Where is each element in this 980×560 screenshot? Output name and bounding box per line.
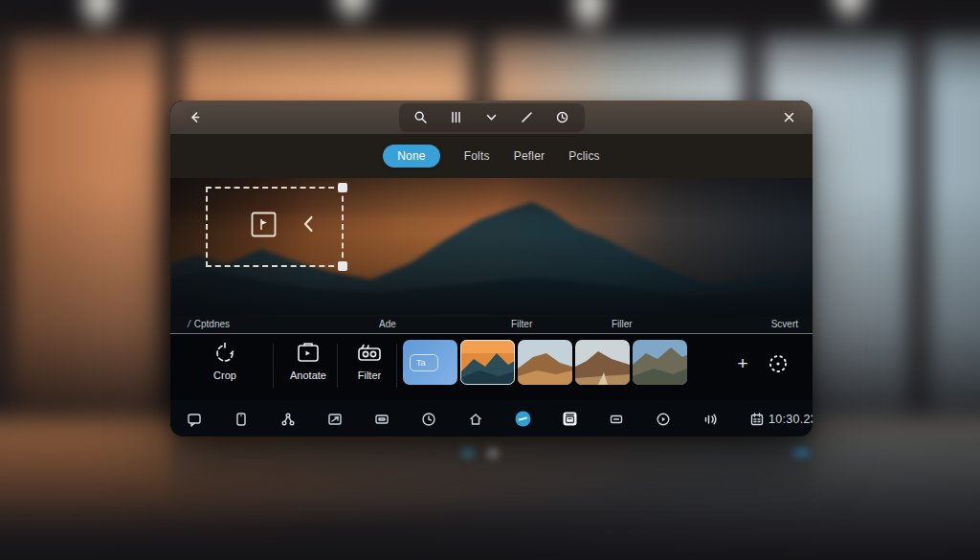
thumbnail-sunset-mountain[interactable] <box>460 340 515 385</box>
tab-folts[interactable]: Folts <box>464 149 490 163</box>
history-clock-icon <box>554 109 570 125</box>
selection-handle-bottom-right[interactable] <box>338 261 347 271</box>
window-mullion <box>0 2 11 416</box>
tab-pefler[interactable]: Pefler <box>514 149 546 163</box>
volume-icon <box>702 411 720 428</box>
flag-box-button[interactable] <box>251 212 277 237</box>
minus-badge-icon <box>514 410 532 428</box>
columns-icon <box>448 109 464 125</box>
section-label-scvert[interactable]: Scvert <box>771 319 798 329</box>
chat-button[interactable] <box>183 408 206 431</box>
photo-card-icon <box>373 411 390 428</box>
selection-prev-button[interactable] <box>302 215 314 236</box>
section-label-ade[interactable]: Ade <box>379 319 396 329</box>
crop-tool-button[interactable]: Crop <box>191 341 258 381</box>
crop-tool-label: Crop <box>213 370 236 381</box>
filter-tabs: None Folts Pefler Pclics <box>170 134 813 178</box>
thumbnail-image <box>518 340 572 385</box>
more-options-button[interactable] <box>764 349 792 382</box>
play-button[interactable] <box>652 408 675 431</box>
flag-box-icon <box>251 212 277 237</box>
crop-dial-icon <box>212 341 237 366</box>
thumbnail-desert-road[interactable] <box>575 340 630 385</box>
card-minus-icon <box>608 411 625 428</box>
active-app-button[interactable] <box>558 408 581 431</box>
share-nodes-icon <box>279 411 297 428</box>
section-labels-row: /Cptdnes Ade Filter Filler Scvert <box>170 317 813 334</box>
filter-camera-icon <box>355 341 384 366</box>
chevron-down-icon <box>483 109 500 125</box>
thumbnail-rocky-mountain[interactable] <box>633 340 687 385</box>
section-label-filter[interactable]: Filter <box>511 319 532 329</box>
plus-icon: + <box>737 353 747 374</box>
play-circle-icon <box>655 411 672 428</box>
dotted-circle-icon <box>764 349 792 378</box>
divider <box>273 344 274 388</box>
thumbnail-image <box>633 340 687 385</box>
share-button[interactable] <box>277 408 300 431</box>
status-icons <box>183 408 768 431</box>
thumbnail-tag-label: Ta <box>410 354 438 371</box>
back-button[interactable] <box>183 106 206 129</box>
chevron-left-icon <box>302 215 314 233</box>
annotate-tool-button[interactable]: Anotate <box>275 341 342 381</box>
thumbnail-tag-tile[interactable]: Ta <box>403 340 457 385</box>
annotate-tool-label: Anotate <box>290 370 326 381</box>
slash-icon: / <box>188 319 190 329</box>
tab-pclics[interactable]: Pclics <box>568 149 600 163</box>
section-label-options[interactable]: /Cptdnes <box>188 319 230 329</box>
card-minus-button[interactable] <box>605 408 628 431</box>
scene: None Folts Pefler Pclics <box>0 0 980 560</box>
photo-arrow-icon <box>326 411 344 428</box>
confirm-button[interactable] <box>480 106 503 129</box>
close-icon <box>783 111 795 123</box>
calendar-button[interactable] <box>746 408 768 431</box>
image-canvas <box>170 178 813 317</box>
device-icon <box>233 411 250 428</box>
calendar-icon <box>748 411 766 428</box>
editor-panel: None Folts Pefler Pclics <box>170 101 813 437</box>
tools-row: Crop Anotate Filter <box>170 334 813 400</box>
thumbnail-desert-dunes[interactable] <box>518 340 572 385</box>
reflection-highlight <box>461 448 475 458</box>
photo-card-button[interactable] <box>370 408 393 431</box>
reflection-highlight <box>487 448 499 458</box>
columns-button[interactable] <box>445 106 468 129</box>
crop-selection[interactable] <box>206 187 344 267</box>
device-button[interactable] <box>230 408 253 431</box>
window-mullion <box>908 2 930 416</box>
close-button[interactable] <box>777 106 800 129</box>
photo-export-button[interactable] <box>323 408 346 431</box>
app-active-icon <box>561 410 579 428</box>
thumbnail-image <box>575 340 630 385</box>
add-button[interactable]: + <box>730 351 755 376</box>
home-icon <box>467 411 484 428</box>
thumbnail-image <box>460 340 515 385</box>
home-button[interactable] <box>464 408 487 431</box>
annotate-board-icon <box>295 341 322 366</box>
section-label-filler[interactable]: Filler <box>612 319 633 329</box>
search-button[interactable] <box>410 106 433 129</box>
pen-button[interactable] <box>516 106 539 129</box>
search-icon <box>412 109 429 125</box>
mute-status-button[interactable] <box>511 408 534 431</box>
volume-button[interactable] <box>699 408 722 431</box>
filter-tool-button[interactable]: Filter <box>336 341 403 381</box>
status-time: 10:30.2311 <box>768 413 813 426</box>
pen-icon <box>519 109 535 125</box>
status-right: 10:30.2311 2578 Done <box>768 412 813 427</box>
center-toolbar <box>399 103 585 132</box>
divider <box>396 344 397 388</box>
reflection-highlight <box>792 448 810 457</box>
tab-none[interactable]: None <box>383 145 440 168</box>
status-bar: 10:30.2311 2578 Done <box>170 400 813 437</box>
history-button[interactable] <box>551 106 574 129</box>
arrow-left-icon <box>188 110 202 124</box>
clock-icon <box>420 411 437 428</box>
clock-button[interactable] <box>417 408 440 431</box>
chat-icon <box>186 411 203 428</box>
top-bar <box>170 101 813 134</box>
selection-handle-top-right[interactable] <box>338 183 347 192</box>
filter-tool-label: Filter <box>358 370 381 381</box>
